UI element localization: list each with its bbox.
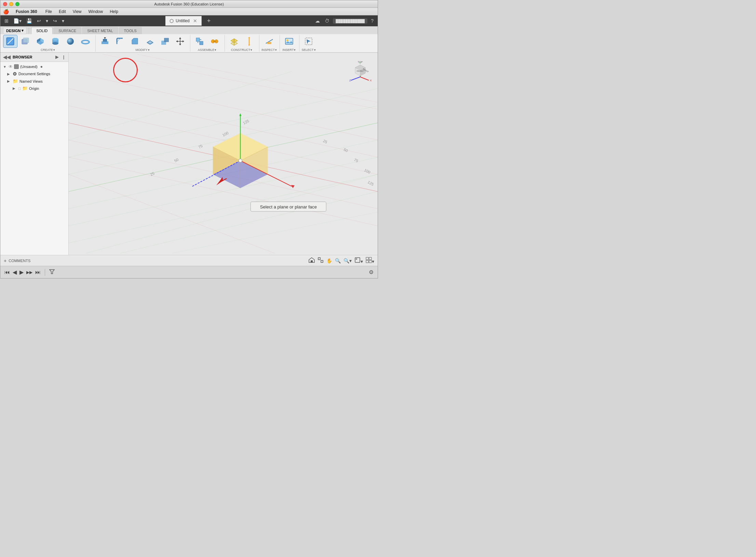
sketch-tool-button[interactable] <box>3 35 17 48</box>
file-tab-icon: ⬡ <box>170 18 174 24</box>
inspect-group: INSPECT ▾ <box>261 35 280 52</box>
timeline-settings-button[interactable]: ⚙ <box>369 269 374 275</box>
tree-item-named-views[interactable]: ▶ 📁 Named Views <box>0 78 68 85</box>
timeline-play-fwd-button[interactable]: ▶▶ <box>26 270 32 275</box>
history-button[interactable]: ⏱ <box>323 17 331 24</box>
home-view-button[interactable] <box>308 256 315 265</box>
select-tool-button[interactable] <box>301 35 316 48</box>
browser-collapse-button[interactable]: ◀◀ <box>3 54 11 60</box>
svg-text:Select a plane or planar face: Select a plane or planar face <box>260 204 317 209</box>
file-tab[interactable]: ⬡ Untitled ✕ <box>165 16 202 26</box>
maximize-button[interactable] <box>15 2 19 6</box>
design-arrow: ▾ <box>22 28 24 33</box>
timeline-play-button[interactable]: ▶ <box>19 269 24 275</box>
svg-point-14 <box>82 40 89 44</box>
menu-window[interactable]: Window <box>86 9 106 15</box>
shell-button[interactable] <box>143 35 157 48</box>
zoom-dropdown-button[interactable]: 🔍▾ <box>343 257 352 264</box>
timeline-filter-button[interactable] <box>49 269 55 276</box>
svg-line-104 <box>351 77 360 80</box>
measure-icon <box>265 37 274 46</box>
fillet-icon <box>115 37 125 46</box>
construct-label[interactable]: CONSTRUCT ▾ <box>231 48 253 52</box>
app-window: Autodesk Fusion 360 (Education License) … <box>0 0 378 278</box>
svg-rect-120 <box>366 257 368 260</box>
redo-button[interactable]: ↪ <box>52 17 58 24</box>
construct-plane-icon <box>229 37 239 46</box>
pan-button[interactable]: ✋ <box>326 257 333 264</box>
tab-solid[interactable]: SOLID <box>31 27 53 34</box>
comments-add-button[interactable]: + <box>3 257 7 264</box>
menu-edit[interactable]: Edit <box>56 9 69 15</box>
timeline-rewind-button[interactable]: ⏮ <box>4 269 10 275</box>
measure-button[interactable] <box>262 35 276 48</box>
panel-options-button[interactable]: ▶ <box>54 54 60 60</box>
svg-rect-31 <box>200 41 203 45</box>
insert-label[interactable]: INSERT ▾ <box>283 48 296 52</box>
construct-plane-button[interactable] <box>227 35 241 48</box>
display-button[interactable]: ▾ <box>354 256 364 265</box>
cylinder-button[interactable] <box>48 35 63 48</box>
redo-dropdown[interactable]: ▾ <box>60 17 66 24</box>
menu-file[interactable]: File <box>43 9 55 15</box>
add-tab-button[interactable]: + <box>204 17 214 25</box>
torus-button[interactable] <box>78 35 93 48</box>
cube-navigator[interactable]: TOP FRONT RIGHT X Z Y <box>348 58 372 82</box>
push-pull-button[interactable] <box>98 35 112 48</box>
menu-fusion360[interactable]: Fusion 360 <box>13 9 40 15</box>
inspect-label[interactable]: INSPECT ▾ <box>261 48 277 52</box>
3d-sketch-button[interactable] <box>18 35 32 48</box>
unsaved-arrow: ▼ <box>3 65 7 69</box>
help-button[interactable]: ? <box>369 17 375 24</box>
tab-surface[interactable]: SURFACE <box>53 27 81 34</box>
undo-button[interactable]: ↩ <box>36 17 42 24</box>
minimize-button[interactable] <box>9 2 13 6</box>
fillet-button[interactable] <box>113 35 127 48</box>
close-button[interactable] <box>3 2 7 6</box>
eye-icon[interactable]: 👁 <box>9 64 13 69</box>
box-button[interactable] <box>33 35 48 48</box>
timeline-fast-fwd-button[interactable]: ⏭ <box>35 269 41 275</box>
create-label[interactable]: CREATE ▾ <box>41 48 55 52</box>
move-icon <box>175 37 185 46</box>
svg-marker-41 <box>248 37 250 38</box>
insert-image-button[interactable] <box>282 35 296 48</box>
save-button[interactable]: 💾 <box>25 17 33 24</box>
move-button[interactable] <box>173 35 187 48</box>
select-label[interactable]: SELECT ▾ <box>302 48 316 52</box>
assemble-label[interactable]: ASSEMBLE ▾ <box>198 48 217 52</box>
zoom-button[interactable]: 🔍 <box>334 257 341 264</box>
cloud-button[interactable]: ☁ <box>314 17 321 24</box>
modify-label[interactable]: MODIFY ▾ <box>136 48 150 52</box>
combine-button[interactable] <box>158 35 172 48</box>
tab-close-button[interactable]: ✕ <box>193 18 197 24</box>
tab-sheet-metal[interactable]: SHEET METAL <box>82 27 118 34</box>
panel-close-button[interactable]: | <box>62 54 66 60</box>
sphere-button[interactable] <box>63 35 78 48</box>
undo-dropdown[interactable]: ▾ <box>44 17 50 24</box>
tree-item-doc-settings[interactable]: ▶ ⚙ Document Settings <box>0 70 68 78</box>
grid-button[interactable]: ⊞ <box>3 17 10 24</box>
new-component-button[interactable] <box>192 35 207 48</box>
svg-rect-123 <box>369 260 372 263</box>
profile-button[interactable]: ████████████ <box>333 18 367 24</box>
menu-view[interactable]: View <box>70 9 84 15</box>
grid-view-button[interactable]: ▾ <box>365 256 375 265</box>
tab-tools[interactable]: TOOLS <box>119 27 142 34</box>
joint-button[interactable] <box>207 35 222 48</box>
menu-help[interactable]: Help <box>107 9 121 15</box>
select-tools <box>301 35 316 48</box>
fit-view-button[interactable] <box>317 256 324 265</box>
timeline-play-back-button[interactable]: ◀ <box>13 269 17 275</box>
design-dropdown[interactable]: DESIGN ▾ <box>3 27 27 34</box>
doc-settings-icon: ⚙ <box>13 71 17 77</box>
svg-point-48 <box>286 39 288 41</box>
apple-icon[interactable]: 🍎 <box>3 9 9 14</box>
chamfer-button[interactable] <box>128 35 142 48</box>
tree-item-origin[interactable]: ▶ ◻ 📁 Origin <box>0 85 68 92</box>
tree-item-unsaved[interactable]: ▼ 👁 (Unsaved) ● <box>0 63 68 70</box>
viewport[interactable]: 25 50 75 100 125 25 50 75 100 125 <box>69 53 378 255</box>
new-file-button[interactable]: 📄▾ <box>12 17 23 24</box>
construct-axis-button[interactable] <box>242 35 256 48</box>
select-icon <box>304 37 313 46</box>
